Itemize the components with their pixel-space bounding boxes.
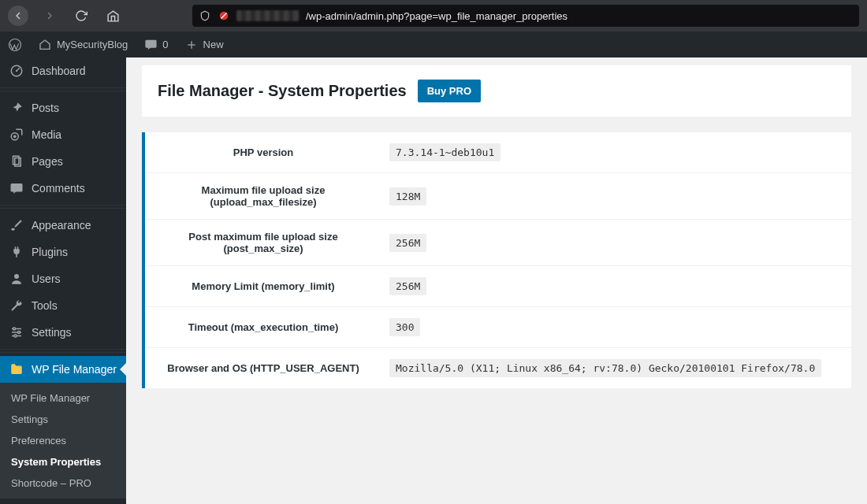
svg-point-8 [14,135,16,137]
prop-value: 7.3.14-1~deb10u1 [389,143,500,161]
svg-point-6 [16,70,17,72]
table-row: PHP version 7.3.14-1~deb10u1 [145,132,851,173]
menu-tools[interactable]: Tools [0,292,126,319]
menu-label: Media [32,128,61,141]
site-name-label: MySecurityBlog [57,39,128,50]
menu-label: Dashboard [32,65,86,77]
site-name-link[interactable]: MySecurityBlog [30,32,136,57]
menu-pages[interactable]: Pages [0,148,126,175]
menu-label: Users [32,272,61,285]
browser-home-button[interactable] [102,6,123,26]
admin-sidebar: Dashboard Posts Media Pages Commen [0,57,126,504]
prop-value: 256M [389,277,426,295]
browser-back-button[interactable] [8,6,28,26]
new-content-link[interactable]: New [177,32,232,57]
system-properties-panel: PHP version 7.3.14-1~deb10u1 Maximum fil… [142,132,851,388]
table-row: Timeout (max_execution_time) 300 [145,307,851,348]
sliders-icon [9,325,24,339]
svg-point-17 [14,335,17,337]
submenu-wpfm[interactable]: WP File Manager [0,387,126,409]
shield-icon [199,9,211,22]
menu-separator [0,87,126,91]
menu-posts[interactable]: Posts [0,94,126,121]
submenu-system-properties[interactable]: System Properties [0,451,126,472]
comment-icon [143,38,158,52]
menu-separator [0,349,126,353]
menu-users[interactable]: Users [0,265,126,292]
prop-value: 256M [389,234,426,252]
menu-separator [0,205,126,209]
menu-label: WP File Manager [32,363,117,376]
buy-pro-button[interactable]: Buy PRO [418,80,481,102]
plus-icon [184,38,199,52]
content-area: File Manager - System Properties Buy PRO… [126,57,867,504]
svg-point-11 [14,274,19,279]
menu-comments[interactable]: Comments [0,175,126,202]
comments-count: 0 [162,39,168,50]
prop-label: Maximum file upload size (upload_max_fil… [145,173,381,220]
menu-plugins[interactable]: Plugins [0,239,126,265]
prop-label: Timeout (max_execution_time) [145,307,381,348]
browser-forward-button[interactable] [39,6,60,26]
menu-label: Pages [32,155,63,168]
prop-label: Browser and OS (HTTP_USER_AGENT) [145,348,381,389]
menu-label: Posts [32,102,59,114]
menu-dashboard[interactable]: Dashboard [0,57,126,84]
pages-icon [9,154,24,169]
wp-admin-bar: MySecurityBlog 0 New [0,32,867,57]
pin-icon [9,101,24,115]
page-header: File Manager - System Properties Buy PRO [142,65,851,117]
prop-value: 300 [389,318,420,336]
wordpress-icon [8,38,22,52]
new-label: New [203,39,224,50]
svg-point-15 [13,328,16,330]
submenu-settings[interactable]: Settings [0,409,126,430]
address-bar[interactable]: /wp-admin/admin.php?page=wp_file_manager… [192,5,859,27]
prop-value: 128M [389,187,426,206]
comments-link[interactable]: 0 [136,32,176,57]
table-row: Browser and OS (HTTP_USER_AGENT) Mozilla… [145,348,851,389]
wrench-icon [9,298,24,313]
home-icon [38,38,52,52]
svg-point-16 [18,332,20,334]
address-path: /wp-admin/admin.php?page=wp_file_manager… [306,10,567,22]
wp-logo-button[interactable] [0,32,30,57]
page-title: File Manager - System Properties [158,82,407,100]
menu-settings[interactable]: Settings [0,319,126,346]
address-host-redacted [236,10,300,21]
prop-label: Memory Limit (memory_limit) [145,266,381,307]
submenu-wp-file-manager: WP File Manager Settings Preferences Sys… [0,383,126,498]
menu-media[interactable]: Media [0,121,126,148]
browser-chrome: /wp-admin/admin.php?page=wp_file_manager… [0,0,867,32]
dashboard-icon [9,64,24,78]
properties-table: PHP version 7.3.14-1~deb10u1 Maximum fil… [145,132,851,388]
menu-label: Appearance [32,219,91,232]
prop-value: Mozilla/5.0 (X11; Linux x86_64; rv:78.0)… [389,359,821,377]
plug-icon [9,245,24,259]
menu-appearance[interactable]: Appearance [0,212,126,239]
comment-icon [9,181,24,195]
menu-wp-file-manager[interactable]: WP File Manager [0,356,126,383]
table-row: Post maximum file upload size (post_max_… [145,220,851,266]
table-row: Memory Limit (memory_limit) 256M [145,266,851,307]
submenu-shortcode-pro[interactable]: Shortcode – PRO [0,472,126,494]
menu-label: Tools [32,299,58,312]
folder-icon [9,362,24,376]
browser-reload-button[interactable] [71,6,91,26]
user-icon [9,272,24,286]
prop-label: Post maximum file upload size (post_max_… [145,220,381,266]
media-icon [9,128,24,142]
submenu-preferences[interactable]: Preferences [0,430,126,451]
brush-icon [9,218,24,232]
table-row: Maximum file upload size (upload_max_fil… [145,173,851,220]
menu-label: Plugins [32,246,68,258]
menu-label: Comments [32,182,85,195]
tracking-blocked-icon [218,9,230,22]
prop-label: PHP version [145,132,381,173]
menu-label: Settings [32,326,72,339]
